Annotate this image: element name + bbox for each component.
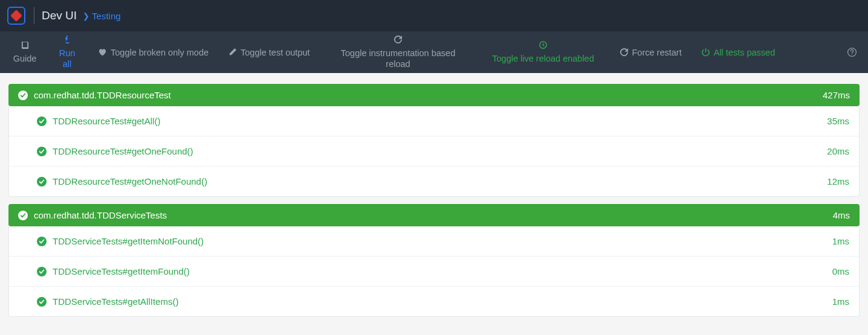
test-name: TDDServiceTests#getItemFound()	[53, 266, 190, 276]
suite-name: com.redhat.tdd.TDDResourceTest	[34, 90, 171, 100]
redo-icon	[620, 48, 629, 57]
breadcrumb-testing[interactable]: Testing	[92, 11, 121, 21]
heart-icon	[98, 48, 107, 57]
toggle-live-reload-label: Toggle live reload enabled	[492, 53, 594, 64]
logo-icon	[10, 10, 22, 22]
test-name: TDDServiceTests#getAllItems()	[53, 296, 178, 307]
test-row[interactable]: TDDResourceTest#getOneFound() 20ms	[9, 136, 859, 167]
test-time: 20ms	[827, 146, 849, 156]
book-icon	[21, 40, 30, 49]
toggle-live-reload-button[interactable]: Toggle live reload enabled	[477, 31, 610, 73]
all-tests-passed-status[interactable]: All tests passed	[691, 31, 785, 73]
test-list: TDDResourceTest#getAll() 35ms TDDResourc…	[8, 106, 860, 197]
suite-header[interactable]: com.redhat.tdd.TDDServiceTests 4ms	[8, 204, 860, 226]
toggle-broken-button[interactable]: Toggle broken only mode	[88, 31, 218, 73]
test-time: 0ms	[832, 266, 849, 276]
check-circle-icon	[37, 297, 47, 307]
check-circle-icon	[18, 91, 28, 100]
test-row[interactable]: TDDResourceTest#getAll() 35ms	[9, 106, 859, 136]
suite-header[interactable]: com.redhat.tdd.TDDResourceTest 427ms	[8, 84, 860, 106]
running-icon	[63, 35, 72, 44]
help-button[interactable]	[840, 31, 864, 73]
test-time: 35ms	[827, 116, 849, 126]
toggle-output-button[interactable]: Toggle test output	[218, 31, 319, 73]
toolbar: Guide Run all Toggle broken only mode To…	[0, 31, 868, 73]
app-header: Dev UI ❯ Testing	[0, 0, 868, 31]
chevron-right-icon: ❯	[83, 11, 89, 21]
check-circle-icon	[18, 211, 28, 220]
toggle-instrumentation-label: Toggle instrumentation based reload	[329, 48, 467, 69]
test-row[interactable]: TDDServiceTests#getAllItems() 1ms	[9, 287, 859, 316]
all-tests-passed-label: All tests passed	[714, 47, 776, 58]
test-row[interactable]: TDDServiceTests#getItemNotFound() 1ms	[9, 226, 859, 257]
toggle-output-label: Toggle test output	[241, 47, 309, 58]
force-restart-button[interactable]: Force restart	[610, 31, 691, 73]
app-title: Dev UI	[42, 9, 77, 22]
app-logo[interactable]	[7, 7, 25, 25]
test-time: 12ms	[827, 176, 849, 187]
pencil-icon	[228, 48, 237, 57]
power-icon	[701, 48, 710, 57]
divider	[34, 7, 34, 24]
guide-button[interactable]: Guide	[4, 31, 46, 73]
test-list: TDDServiceTests#getItemNotFound() 1ms TD…	[8, 226, 860, 317]
svg-point-2	[852, 54, 852, 55]
check-circle-icon	[37, 267, 47, 276]
test-name: TDDResourceTest#getOneNotFound()	[53, 176, 207, 187]
run-all-button[interactable]: Run all	[46, 31, 88, 73]
run-all-label: Run all	[56, 48, 79, 69]
test-name: TDDResourceTest#getOneFound()	[53, 146, 193, 156]
test-time: 1ms	[832, 296, 849, 307]
check-circle-icon	[37, 116, 47, 126]
test-name: TDDServiceTests#getItemNotFound()	[53, 236, 204, 246]
test-time: 1ms	[832, 236, 849, 246]
clock-icon	[539, 40, 548, 49]
suite-time: 427ms	[823, 90, 850, 100]
suite-time: 4ms	[833, 210, 850, 220]
test-row[interactable]: TDDServiceTests#getItemFound() 0ms	[9, 257, 859, 287]
check-circle-icon	[37, 147, 47, 156]
toggle-broken-label: Toggle broken only mode	[111, 47, 209, 58]
test-results: com.redhat.tdd.TDDResourceTest 427ms TDD…	[0, 73, 868, 317]
force-restart-label: Force restart	[632, 47, 682, 58]
toggle-instrumentation-button[interactable]: Toggle instrumentation based reload	[320, 31, 477, 73]
test-name: TDDResourceTest#getAll()	[53, 116, 160, 126]
check-circle-icon	[37, 177, 47, 187]
check-circle-icon	[37, 237, 47, 246]
test-row[interactable]: TDDResourceTest#getOneNotFound() 12ms	[9, 167, 859, 196]
guide-label: Guide	[13, 53, 37, 64]
sync-icon	[394, 35, 403, 44]
suite-name: com.redhat.tdd.TDDServiceTests	[34, 210, 167, 220]
question-circle-icon	[847, 47, 857, 57]
